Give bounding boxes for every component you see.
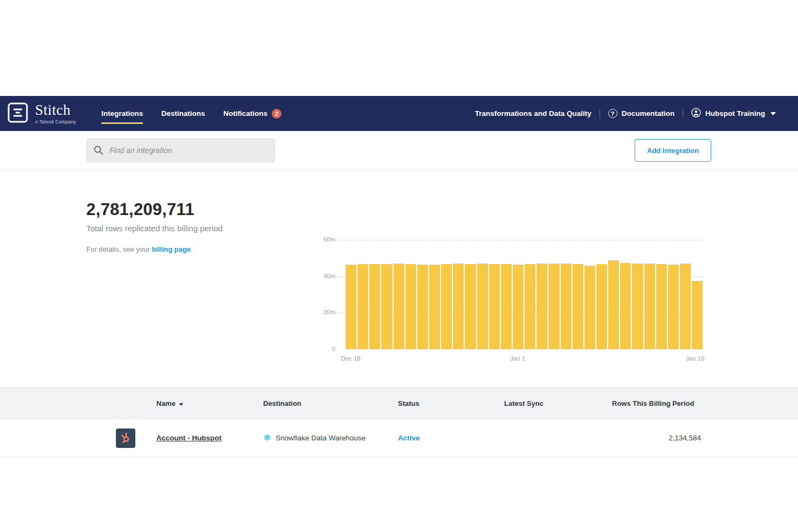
billing-details-suffix: . [191, 245, 193, 253]
account-name-label: Hubspot Training [705, 109, 765, 118]
nav-tab-destinations-label: Destinations [161, 109, 205, 118]
chart-bar [441, 264, 452, 349]
chart-bar [632, 264, 643, 349]
y-tick-0: 0 [302, 346, 335, 352]
chart-bar [405, 264, 416, 349]
billing-details-text: For details, see your [86, 245, 150, 253]
snowflake-icon: ❄ [263, 433, 271, 443]
nav-tab-integrations[interactable]: Integrations [92, 96, 152, 131]
chart-bar [548, 264, 559, 349]
search-icon [93, 145, 104, 157]
nav-tab-notifications-label: Notifications [223, 109, 267, 118]
column-header-rows-billing-period: Rows This Billing Period [612, 399, 712, 407]
chart-bar [584, 266, 595, 349]
integration-icon-cell [116, 429, 156, 448]
nav-tab-destinations[interactable]: Destinations [152, 96, 214, 131]
chart-bar [346, 265, 356, 349]
y-tick-20m: 20m [302, 309, 335, 315]
search-input[interactable] [86, 139, 275, 162]
toolbar: Add Integration [0, 131, 798, 170]
integration-status: Active [398, 434, 504, 442]
chart-bar [620, 263, 631, 349]
chart-bar [489, 264, 500, 349]
chart-bar [381, 264, 392, 349]
chart-bar [453, 264, 464, 349]
destination-name-label: Snowflake Data Warehouse [276, 434, 366, 442]
integration-rows-count: 2,134,584 [612, 434, 712, 442]
navbar-right: Transformations and Data Quality ? Docum… [467, 108, 784, 119]
stitch-logo-icon [8, 102, 28, 125]
chart-bar [536, 264, 547, 349]
rows-replicated-chart: 60m 40m 20m 0 Dec 18 Jan 1 Jan 16 [302, 231, 705, 366]
chart-bar [656, 264, 667, 349]
total-rows-number: 2,781,209,711 [86, 200, 194, 219]
sort-descending-icon [179, 403, 183, 406]
x-tick-jan16: Jan 16 [686, 355, 705, 362]
chart-bar [596, 264, 607, 349]
nav-documentation-label: Documentation [622, 109, 675, 118]
total-rows-subtitle: Total rows replicated this billing perio… [86, 224, 223, 233]
chart-bar [644, 264, 655, 349]
nav-tab-notifications[interactable]: Notifications 2 [214, 96, 291, 131]
brand-name: Stitch [35, 103, 76, 118]
nav-transformations-link[interactable]: Transformations and Data Quality [467, 109, 600, 118]
integration-name-cell: Account - Hubspot [156, 434, 263, 442]
chart-bar [417, 265, 428, 349]
toggle-knob [75, 439, 85, 449]
chart-plot-area [346, 240, 703, 349]
y-tick-60m: 60m [302, 236, 335, 243]
chart-bars [346, 240, 703, 349]
account-menu-button[interactable]: Hubspot Training [683, 108, 784, 119]
chart-bar [394, 264, 404, 349]
brand-home-link[interactable]: Stitch A Talend Company [8, 102, 76, 125]
nav-tab-integrations-label: Integrations [101, 109, 143, 118]
primary-nav: Integrations Destinations Notifications … [92, 96, 291, 131]
chart-bar [692, 281, 703, 349]
chart-bar [465, 264, 476, 349]
integration-row: Account - Hubspot ❄ Snowflake Data Wareh… [0, 419, 798, 457]
x-tick-dec18: Dec 18 [341, 355, 360, 362]
chart-bar [680, 264, 691, 349]
integrations-table-header: Name Destination Status Latest Sync Rows… [0, 387, 798, 419]
chart-bar [429, 265, 440, 349]
chart-bar [501, 264, 512, 349]
chart-bar [561, 264, 572, 349]
chart-bar [668, 265, 679, 349]
add-integration-button[interactable]: Add Integration [635, 139, 711, 162]
question-circle-icon: ? [608, 109, 617, 118]
chevron-down-icon [771, 112, 776, 115]
billing-details-note: For details, see your billing page. [86, 245, 192, 253]
chart-bar [513, 265, 524, 349]
chart-bar [573, 264, 583, 349]
column-header-latest-sync: Latest Sync [504, 399, 612, 407]
column-header-name[interactable]: Name [156, 399, 263, 407]
brand-tagline: A Talend Company [35, 120, 76, 125]
page: Stitch A Talend Company Integrations Des… [0, 0, 798, 532]
chart-bar [608, 260, 619, 349]
nav-documentation-link[interactable]: ? Documentation [600, 109, 683, 118]
column-header-status: Status [398, 399, 504, 407]
column-header-destination: Destination [263, 399, 398, 407]
integration-name-link[interactable]: Account - Hubspot [156, 434, 222, 442]
top-whitespace [0, 0, 798, 96]
chart-bar [357, 264, 368, 349]
column-header-name-label: Name [156, 399, 175, 407]
billing-page-link[interactable]: billing page [152, 245, 190, 253]
main-content: 2,781,209,711 Total rows replicated this… [0, 170, 798, 387]
search-box [86, 139, 275, 162]
chart-bar [477, 264, 488, 349]
chart-bar [369, 264, 380, 349]
y-tick-40m: 40m [302, 273, 335, 279]
notification-count-badge: 2 [272, 109, 281, 119]
hubspot-icon [116, 429, 135, 448]
integration-destination-cell: ❄ Snowflake Data Warehouse [263, 433, 398, 443]
navbar: Stitch A Talend Company Integrations Des… [0, 96, 798, 131]
chart-bar [525, 264, 535, 349]
user-icon [691, 108, 701, 119]
x-tick-jan1: Jan 1 [510, 355, 525, 362]
